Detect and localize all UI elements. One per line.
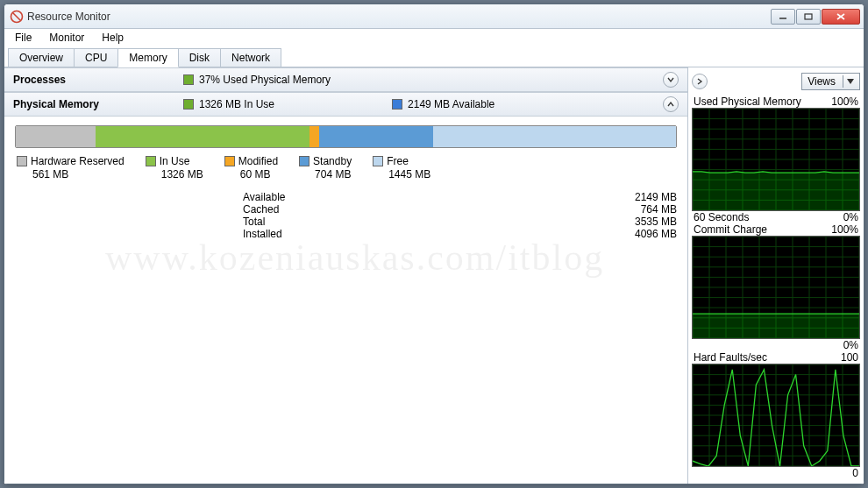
views-dropdown[interactable]: Views	[801, 73, 860, 90]
titlebar[interactable]: Resource Monitor	[4, 4, 864, 29]
memory-stats: Available2149 MBCached764 MBTotal3535 MB…	[15, 187, 677, 240]
graph-footer-right: 0%	[843, 211, 858, 223]
tabbar: Overview CPU Memory Disk Network	[4, 46, 864, 67]
left-panel: Processes 37% Used Physical Memory Physi…	[4, 67, 688, 484]
minimize-button[interactable]	[771, 9, 795, 25]
menubar: File Monitor Help	[4, 29, 864, 46]
memory-segment	[319, 126, 433, 147]
avail-label: 2149 MB Available	[408, 98, 494, 110]
swatch-icon	[146, 156, 156, 166]
stat-value: 3535 MB	[467, 216, 677, 228]
legend-value: 1326 MB	[146, 168, 203, 180]
graph-block: Used Physical Memory100%60 Seconds0%	[692, 95, 860, 223]
legend-value: 561 MB	[17, 168, 68, 180]
menu-file[interactable]: File	[8, 30, 39, 46]
app-title: Resource Monitor	[27, 11, 771, 23]
memory-segment	[309, 126, 319, 147]
memory-segment	[16, 126, 96, 147]
graph-title: Commit Charge	[694, 223, 767, 236]
graph-block: Commit Charge100%0%	[692, 223, 860, 351]
svg-rect-3	[805, 14, 812, 19]
legend-value: 60 MB	[224, 168, 271, 180]
menu-monitor[interactable]: Monitor	[42, 30, 91, 46]
views-label: Views	[808, 75, 836, 88]
processes-summary-text: 37% Used Physical Memory	[199, 74, 331, 86]
legend-item: Standby704 MB	[299, 155, 352, 180]
legend-label: Modified	[238, 155, 278, 167]
legend-label: Standby	[313, 155, 352, 167]
graph-max: 100	[841, 351, 858, 364]
panel-expand-button[interactable]	[692, 74, 708, 89]
legend-item: Free1445 MB	[373, 155, 430, 180]
stat-value: 4096 MB	[467, 228, 677, 240]
legend-value: 1445 MB	[373, 168, 430, 180]
memory-segment	[433, 126, 676, 147]
memory-bar	[15, 125, 677, 148]
avail-swatch-icon	[392, 99, 402, 110]
right-panel-header: Views	[692, 71, 860, 92]
stat-value: 2149 MB	[467, 191, 677, 203]
tab-network[interactable]: Network	[220, 48, 281, 67]
graph-title: Used Physical Memory	[694, 95, 801, 108]
menu-help[interactable]: Help	[95, 30, 131, 46]
swatch-icon	[224, 156, 235, 166]
tab-disk[interactable]: Disk	[178, 48, 221, 67]
stat-label: Total	[243, 216, 453, 228]
legend-item: Modified60 MB	[224, 155, 278, 180]
physical-avail: 2149 MB Available	[392, 98, 494, 110]
physical-title: Physical Memory	[13, 98, 171, 110]
graph-canvas	[692, 236, 860, 339]
stat-value: 764 MB	[467, 203, 677, 216]
processes-swatch-icon	[183, 74, 194, 85]
graph-footer-right: 0%	[843, 339, 858, 351]
physical-body: Hardware Reserved561 MBIn Use1326 MBModi…	[4, 117, 687, 249]
legend-label: In Use	[160, 155, 190, 167]
legend-value: 704 MB	[299, 168, 351, 180]
processes-header[interactable]: Processes 37% Used Physical Memory	[4, 67, 687, 92]
tab-overview[interactable]: Overview	[8, 48, 75, 67]
legend-item: In Use1326 MB	[146, 155, 203, 180]
svg-line-1	[13, 13, 20, 20]
memory-legend: Hardware Reserved561 MBIn Use1326 MBModi…	[15, 148, 677, 187]
graph-canvas	[692, 108, 860, 211]
app-window: Resource Monitor File Monitor Help Overv…	[4, 4, 864, 484]
processes-title: Processes	[13, 74, 171, 86]
content: Processes 37% Used Physical Memory Physi…	[4, 67, 864, 484]
inuse-label: 1326 MB In Use	[199, 98, 274, 110]
memory-segment	[96, 126, 309, 147]
processes-expand-button[interactable]	[663, 72, 679, 88]
close-button[interactable]	[822, 9, 860, 25]
maximize-button[interactable]	[796, 9, 821, 25]
dropdown-arrow-icon	[843, 75, 854, 88]
swatch-icon	[373, 156, 383, 166]
graph-max: 100%	[831, 223, 858, 236]
right-panel: Views Used Physical Memory100%60 Seconds…	[688, 67, 864, 484]
graph-title: Hard Faults/sec	[694, 351, 767, 364]
swatch-icon	[299, 156, 309, 166]
graph-footer-left: 60 Seconds	[694, 211, 749, 223]
inuse-swatch-icon	[183, 99, 194, 110]
swatch-icon	[17, 156, 27, 166]
physical-inuse: 1326 MB In Use	[183, 98, 274, 110]
svg-marker-6	[847, 79, 854, 84]
graph-canvas	[692, 364, 860, 467]
graph-footer-right: 0	[852, 467, 858, 479]
physical-collapse-button[interactable]	[663, 96, 679, 112]
legend-label: Free	[387, 155, 409, 167]
graph-block: Hard Faults/sec1000	[692, 351, 860, 479]
legend-item: Hardware Reserved561 MB	[17, 155, 125, 180]
legend-label: Hardware Reserved	[31, 155, 125, 167]
graph-max: 100%	[831, 95, 858, 108]
stat-label: Installed	[243, 228, 453, 240]
physical-header[interactable]: Physical Memory 1326 MB In Use 2149 MB A…	[4, 92, 687, 117]
stat-label: Available	[243, 191, 453, 203]
app-icon	[10, 10, 24, 24]
tab-cpu[interactable]: CPU	[74, 48, 118, 67]
stat-label: Cached	[243, 203, 453, 216]
processes-summary: 37% Used Physical Memory	[183, 74, 331, 86]
tab-memory[interactable]: Memory	[117, 48, 178, 67]
